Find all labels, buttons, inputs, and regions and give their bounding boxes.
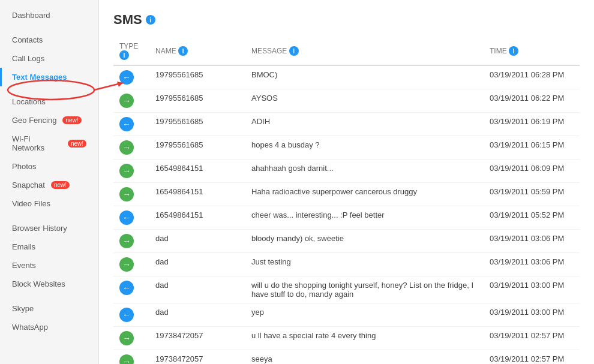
sidebar-item-locations[interactable]: Locations: [0, 92, 98, 111]
cell-time: 03/19/2011 02:57 PM: [484, 350, 580, 365]
table-row: →dadJust testing03/19/2011 03:06 PM: [113, 253, 580, 276]
sidebar-item-label: Events: [12, 261, 36, 270]
sidebar-item-contacts[interactable]: Contacts: [0, 31, 98, 49]
sidebar-item-events[interactable]: Events: [0, 256, 98, 275]
sidebar-item-label: Emails: [12, 242, 35, 251]
sidebar-item-emails[interactable]: Emails: [0, 237, 98, 256]
cell-name: 19795561685: [149, 65, 245, 89]
cell-time: 03/19/2011 03:06 PM: [484, 253, 580, 276]
outgoing-icon: →: [119, 234, 134, 248]
cell-type: ←: [113, 206, 149, 230]
cell-message: cheer was... interesting... :P feel bett…: [245, 206, 484, 230]
sms-table: TYPE i NAME i MESSAGE i TIME i ←19795561…: [113, 37, 580, 364]
cell-name: 19738472057: [149, 327, 245, 350]
incoming-icon: ←: [119, 210, 134, 225]
table-row: →19738472057u ll have a special rate 4 e…: [113, 327, 580, 350]
sidebar: DashboardContactsCall LogsText MessagesL…: [0, 0, 99, 364]
sidebar-item-label: Locations: [12, 97, 46, 106]
sidebar-item-photos[interactable]: Photos: [0, 157, 98, 176]
col-header-name: NAME i: [149, 37, 245, 65]
cell-type: ←: [113, 303, 149, 327]
cell-name: 19795561685: [149, 113, 245, 136]
sidebar-item-label: Photos: [12, 162, 36, 171]
cell-name: 16549864151: [149, 206, 245, 230]
cell-type: ←: [113, 276, 149, 303]
cell-type: →: [113, 89, 149, 113]
outgoing-icon: →: [119, 354, 134, 364]
sidebar-badge-geo-fencing: new!: [62, 116, 81, 124]
sidebar-item-dashboard[interactable]: Dashboard: [0, 6, 98, 25]
message-info-icon[interactable]: i: [289, 46, 299, 56]
sidebar-item-block-websites[interactable]: Block Websites: [0, 275, 98, 293]
type-info-icon[interactable]: i: [119, 50, 129, 60]
cell-time: 03/19/2011 06:28 PM: [484, 65, 580, 89]
sidebar-badge-snapchat: new!: [51, 181, 70, 189]
cell-message: seeya: [245, 350, 484, 365]
cell-message: ahahhaah gosh darnit...: [245, 160, 484, 183]
table-row: →19738472057seeya03/19/2011 02:57 PM: [113, 350, 580, 365]
cell-type: →: [113, 183, 149, 206]
cell-name: dad: [149, 230, 245, 253]
sidebar-item-whatsapp[interactable]: WhatsApp: [0, 318, 98, 336]
time-info-icon[interactable]: i: [509, 46, 518, 56]
cell-message: Haha radioactive superpower cancerous dr…: [245, 183, 484, 206]
table-row: ←19795561685BMOC)03/19/2011 06:28 PM: [113, 65, 580, 89]
cell-name: 16549864151: [149, 160, 245, 183]
sidebar-item-label: Call Logs: [12, 54, 44, 63]
col-header-message: MESSAGE i: [245, 37, 484, 65]
cell-name: 19795561685: [149, 136, 245, 160]
sidebar-item-browser-history[interactable]: Browser History: [0, 219, 98, 237]
cell-type: →: [113, 327, 149, 350]
col-header-type: TYPE i: [113, 37, 149, 65]
table-row: →19795561685hopes 4 a busday ?03/19/2011…: [113, 136, 580, 160]
sidebar-item-label: Geo Fencing: [12, 116, 56, 125]
cell-name: 19738472057: [149, 350, 245, 365]
sms-info-icon[interactable]: i: [146, 15, 155, 25]
sidebar-item-call-logs[interactable]: Call Logs: [0, 49, 98, 68]
cell-time: 03/19/2011 06:15 PM: [484, 136, 580, 160]
table-row: ←19795561685ADIH03/19/2011 06:19 PM: [113, 113, 580, 136]
cell-type: ←: [113, 113, 149, 136]
incoming-icon: ←: [119, 117, 134, 131]
page-title: SMS i: [113, 12, 580, 28]
col-header-time: TIME i: [484, 37, 580, 65]
cell-message: will u do the shopping tonight yurself, …: [245, 276, 484, 303]
sidebar-item-video-files[interactable]: Video Files: [0, 194, 98, 213]
cell-message: ADIH: [245, 113, 484, 136]
sidebar-item-text-messages[interactable]: Text Messages: [0, 68, 98, 86]
main-content: SMS i TYPE i NAME i MESSAGE i TIME: [99, 0, 594, 364]
cell-time: 03/19/2011 03:06 PM: [484, 230, 580, 253]
outgoing-icon: →: [119, 140, 134, 155]
table-row: →16549864151ahahhaah gosh darnit...03/19…: [113, 160, 580, 183]
cell-time: 03/19/2011 06:19 PM: [484, 113, 580, 136]
table-row: →16549864151Haha radioactive superpower …: [113, 183, 580, 206]
table-row: →dadbloody mandy) ok, sweetie03/19/2011 …: [113, 230, 580, 253]
sidebar-item-geo-fencing[interactable]: Geo Fencingnew!: [0, 111, 98, 130]
cell-time: 03/19/2011 03:00 PM: [484, 303, 580, 327]
sidebar-item-snapchat[interactable]: Snapchatnew!: [0, 176, 98, 194]
cell-name: dad: [149, 253, 245, 276]
outgoing-icon: →: [119, 187, 134, 201]
cell-time: 03/19/2011 06:09 PM: [484, 160, 580, 183]
table-row: ←16549864151cheer was... interesting... …: [113, 206, 580, 230]
cell-time: 03/19/2011 05:52 PM: [484, 206, 580, 230]
outgoing-icon: →: [119, 331, 134, 345]
incoming-icon: ←: [119, 308, 134, 322]
cell-type: →: [113, 350, 149, 365]
table-row: ←dadyep03/19/2011 03:00 PM: [113, 303, 580, 327]
sidebar-item-skype[interactable]: Skype: [0, 299, 98, 318]
cell-time: 03/19/2011 06:22 PM: [484, 89, 580, 113]
cell-type: →: [113, 160, 149, 183]
sidebar-item-label: Browser History: [12, 224, 67, 233]
cell-type: →: [113, 253, 149, 276]
cell-name: dad: [149, 303, 245, 327]
sidebar-item-label: Contacts: [12, 35, 43, 44]
cell-time: 03/19/2011 05:59 PM: [484, 183, 580, 206]
cell-message: u ll have a special rate 4 every thing: [245, 327, 484, 350]
outgoing-icon: →: [119, 257, 134, 272]
name-info-icon[interactable]: i: [178, 46, 188, 56]
cell-name: 16549864151: [149, 183, 245, 206]
table-row: →19795561685AYSOS03/19/2011 06:22 PM: [113, 89, 580, 113]
sidebar-item-label: Snapchat: [12, 181, 45, 189]
sidebar-item-wi-fi-networks[interactable]: Wi-Fi Networksnew!: [0, 130, 98, 157]
